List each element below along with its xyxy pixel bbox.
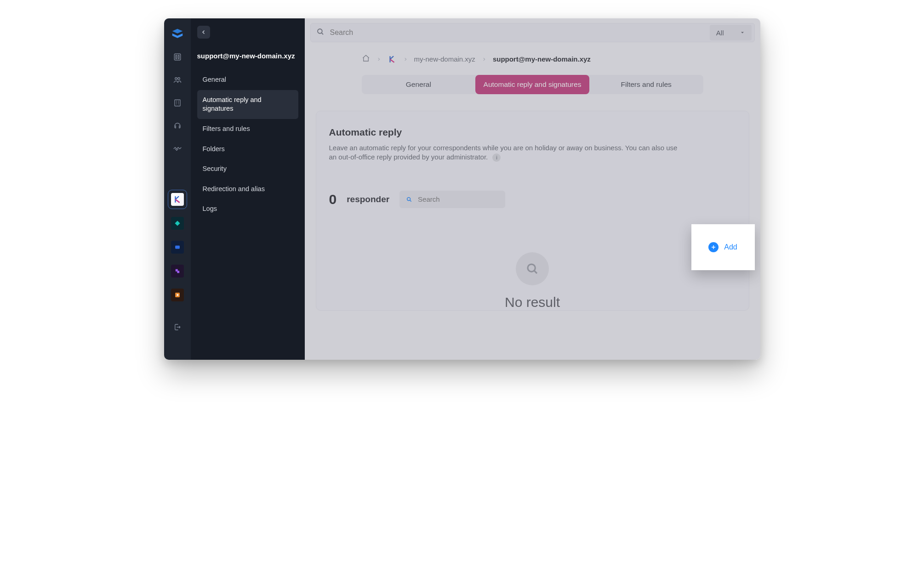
svg-rect-0 [174, 54, 181, 60]
rail-item-logout[interactable] [170, 320, 185, 334]
responder-label: responder [347, 194, 389, 204]
sidebar-item-automatic-reply[interactable]: Automatic reply and signatures [197, 90, 298, 119]
top-search-bar: All [310, 23, 755, 42]
rail-app-purple[interactable] [170, 264, 185, 278]
sidebar-back-button[interactable] [197, 26, 210, 39]
automatic-reply-panel: Automatic reply Leave an automatic reply… [316, 111, 749, 311]
breadcrumb-domain[interactable]: my-new-domain.xyz [414, 55, 475, 63]
empty-text: No result [505, 295, 560, 310]
rail-item-support[interactable] [170, 119, 185, 133]
rail-app-teal[interactable] [170, 216, 185, 231]
info-icon[interactable]: i [492, 153, 501, 162]
rail-item-handshake[interactable] [170, 142, 185, 156]
sidebar-item-general[interactable]: General [197, 70, 298, 90]
rail-app-orange[interactable] [170, 288, 185, 302]
responder-search-input[interactable] [418, 195, 499, 203]
breadcrumb-current: support@my-new-domain.xyz [493, 55, 591, 63]
panel-heading: Automatic reply [329, 127, 736, 138]
svg-rect-2 [178, 55, 179, 59]
tab-filters[interactable]: Filters and rules [589, 75, 703, 94]
svg-point-12 [528, 264, 535, 272]
chevron-right-icon [376, 55, 381, 63]
sidebar-item-filters[interactable]: Filters and rules [197, 119, 298, 139]
search-icon [406, 196, 412, 203]
add-responder-button[interactable]: Add [691, 224, 755, 270]
empty-search-icon [516, 252, 549, 285]
rail-app-ksuite[interactable] [170, 192, 185, 207]
main-area: All my-new-domain.xyz [305, 18, 760, 360]
ksuite-icon[interactable] [388, 55, 397, 64]
top-filter-label: All [716, 29, 724, 37]
svg-point-3 [175, 78, 177, 80]
svg-marker-6 [175, 221, 180, 226]
icon-rail [164, 18, 191, 360]
sidebar-item-redirection[interactable]: Redirection and alias [197, 179, 298, 199]
top-search-input[interactable] [330, 28, 709, 37]
svg-rect-7 [175, 246, 180, 249]
chevron-down-icon [740, 30, 745, 35]
plus-icon [708, 242, 719, 252]
rail-item-dashboard[interactable] [170, 50, 185, 64]
rail-item-users[interactable] [170, 73, 185, 87]
sidebar-item-folders[interactable]: Folders [197, 139, 298, 159]
tab-automatic-reply[interactable]: Automatic reply and signatures [475, 75, 589, 94]
responder-count: 0 [329, 192, 337, 207]
tab-general[interactable]: General [362, 75, 476, 94]
search-icon [316, 28, 325, 38]
responder-row: 0 responder [329, 191, 736, 208]
brand-logo-icon [170, 27, 185, 41]
responder-search [399, 191, 505, 208]
svg-rect-1 [176, 55, 177, 59]
app-window: support@my-new-domain.xyz General Automa… [164, 18, 760, 360]
add-label: Add [724, 243, 737, 251]
tabs: General Automatic reply and signatures F… [362, 75, 703, 94]
sidebar-item-logs[interactable]: Logs [197, 199, 298, 219]
svg-point-11 [407, 197, 411, 200]
rail-app-blue[interactable] [170, 240, 185, 255]
breadcrumb: my-new-domain.xyz support@my-new-domain.… [310, 54, 755, 64]
chevron-right-icon [482, 55, 486, 63]
sidebar: support@my-new-domain.xyz General Automa… [191, 18, 305, 360]
panel-description: Leave an automatic reply for your corres… [329, 143, 679, 162]
chevron-right-icon [403, 55, 408, 63]
svg-point-4 [177, 78, 180, 80]
empty-state: No result [329, 252, 736, 310]
svg-rect-5 [175, 100, 180, 106]
home-icon[interactable] [362, 54, 370, 64]
sidebar-title: support@my-new-domain.xyz [197, 51, 298, 61]
top-filter-select[interactable]: All [710, 25, 752, 40]
sidebar-item-security[interactable]: Security [197, 159, 298, 179]
rail-item-org[interactable] [170, 96, 185, 110]
svg-point-10 [318, 29, 322, 34]
